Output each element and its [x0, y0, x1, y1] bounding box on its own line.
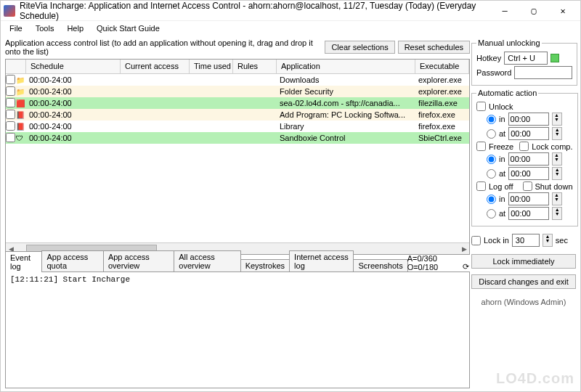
row-application: Folder Security	[277, 87, 415, 96]
unlock-in-time[interactable]	[508, 113, 549, 126]
freeze-at-time[interactable]	[508, 167, 549, 180]
lock-comp-label: Lock comp.	[532, 142, 572, 151]
col-current-access[interactable]: Current access	[121, 60, 190, 73]
tab-app-access-quota[interactable]: App access quota	[41, 250, 103, 271]
freeze-checkbox[interactable]	[476, 142, 486, 151]
unlock-in-label: in	[499, 115, 505, 123]
event-log-box[interactable]: [12:11:21] Start Incharge	[5, 272, 470, 388]
table-row[interactable]: 📕00:00-24:00Libraryfirefox.exe	[6, 121, 469, 132]
access-control-grid: Schedule Current access Time used Rules …	[5, 59, 470, 255]
freeze-in-label: in	[499, 155, 505, 163]
col-time-used[interactable]: Time used	[190, 60, 233, 73]
lock-in-checkbox[interactable]	[471, 236, 481, 245]
unlock-at-label: at	[499, 129, 505, 138]
freeze-at-label: at	[499, 169, 505, 178]
scroll-right-arrow[interactable]: ▶	[459, 245, 469, 253]
app-icon	[4, 5, 15, 17]
menu-file[interactable]: File	[4, 23, 28, 34]
row-application: Sandboxie Control	[277, 134, 415, 142]
password-field[interactable]	[514, 66, 572, 79]
hotkey-indicator-icon	[550, 54, 559, 62]
menu-tools[interactable]: Tools	[30, 23, 60, 34]
tab-app-access-overview[interactable]: App access overview	[103, 250, 174, 271]
minimize-button[interactable]: —	[490, 1, 519, 20]
logoff-at-radio[interactable]	[487, 209, 496, 219]
spinner-icon[interactable]: ▲▼	[552, 167, 562, 180]
tab-internet-access-log[interactable]: Internet access log	[289, 250, 354, 271]
row-application: Add Program: PC Locking Softwa...	[277, 110, 415, 119]
row-checkbox[interactable]	[6, 110, 15, 119]
row-checkbox[interactable]	[6, 121, 15, 131]
logoff-in-label: in	[499, 195, 505, 203]
logoff-label: Log off	[489, 182, 513, 191]
stats-text: A=0/360 O=0/180	[407, 254, 462, 271]
shutdown-checkbox[interactable]	[523, 181, 532, 191]
freeze-in-time[interactable]	[508, 152, 549, 166]
unlock-in-radio[interactable]	[487, 115, 496, 124]
table-row[interactable]: 📁00:00-24:00Folder Securityexplorer.exe	[6, 86, 469, 97]
lock-comp-checkbox[interactable]	[519, 142, 529, 151]
logoff-checkbox[interactable]	[476, 181, 486, 191]
menu-help[interactable]: Help	[61, 23, 89, 34]
row-app-icon: 🟥	[16, 99, 26, 107]
row-app-icon: 🛡	[16, 134, 26, 142]
unlock-at-time[interactable]	[508, 127, 549, 140]
table-row[interactable]: 📕00:00-24:00Add Program: PC Locking Soft…	[6, 109, 469, 121]
row-schedule: 00:00-24:00	[26, 110, 121, 119]
row-application: sea-02.lo4d.com - sftp://canadia...	[277, 99, 415, 107]
tab-event-log[interactable]: Event log	[5, 251, 42, 272]
maximize-button[interactable]: ▢	[519, 1, 548, 20]
spinner-icon[interactable]: ▲▼	[552, 192, 562, 205]
manual-unlocking-legend: Manual unlocking	[476, 38, 542, 47]
shutdown-label: Shut down	[535, 182, 573, 191]
table-row[interactable]: 📁00:00-24:00Downloadsexplorer.exe	[6, 74, 469, 86]
automatic-action-legend: Automatic action	[476, 89, 538, 97]
row-executable: explorer.exe	[415, 75, 469, 84]
row-schedule: 00:00-24:00	[26, 122, 121, 131]
row-executable: firefox.exe	[415, 122, 469, 131]
col-application[interactable]: Application	[277, 60, 415, 73]
row-checkbox[interactable]	[6, 75, 15, 84]
logoff-in-time[interactable]	[508, 192, 549, 205]
row-executable: SbieCtrl.exe	[415, 134, 469, 142]
spinner-icon[interactable]: ▲▼	[552, 127, 562, 140]
freeze-in-radio[interactable]	[487, 155, 496, 164]
row-executable: firefox.exe	[415, 110, 469, 119]
row-checkbox[interactable]	[6, 98, 15, 107]
row-checkbox[interactable]	[6, 86, 15, 96]
logoff-at-time[interactable]	[508, 207, 549, 220]
row-app-icon: 📕	[16, 123, 26, 131]
freeze-at-radio[interactable]	[487, 169, 496, 179]
tab-all-access-overview[interactable]: All access overview	[174, 250, 240, 271]
discard-exit-button[interactable]: Discard changes and exit	[471, 274, 576, 289]
row-application: Library	[277, 122, 415, 131]
unlock-checkbox[interactable]	[476, 102, 486, 111]
row-checkbox[interactable]	[6, 133, 15, 142]
spinner-icon[interactable]: ▲▼	[552, 207, 562, 220]
close-button[interactable]: ✕	[548, 1, 577, 20]
tab-screenshots[interactable]: Screenshots	[353, 259, 407, 271]
row-app-icon: 📕	[16, 111, 26, 119]
col-rules[interactable]: Rules	[233, 60, 277, 73]
col-schedule[interactable]: Schedule	[26, 60, 121, 73]
spinner-icon[interactable]: ▲▼	[552, 113, 562, 126]
spinner-icon[interactable]: ▲▼	[552, 152, 562, 166]
spinner-icon[interactable]: ▲▼	[543, 234, 553, 247]
clear-selections-button[interactable]: Clear selections	[325, 41, 394, 54]
table-row[interactable]: 🟥00:00-24:00sea-02.lo4d.com - sftp://can…	[6, 97, 469, 109]
row-app-icon: 📁	[16, 88, 26, 96]
reset-schedules-button[interactable]: Reset schedules	[398, 41, 470, 54]
lock-immediately-button[interactable]: Lock immediately	[471, 254, 576, 269]
refresh-icon[interactable]: ⟳	[462, 262, 470, 271]
hotkey-field[interactable]	[504, 52, 548, 65]
unlock-at-radio[interactable]	[487, 129, 496, 139]
menu-quick-start[interactable]: Quick Start Guide	[91, 23, 166, 34]
row-app-icon: 📁	[16, 76, 26, 84]
row-schedule: 00:00-24:00	[26, 134, 121, 142]
col-executable[interactable]: Executable	[415, 60, 469, 73]
tab-keystrokes[interactable]: Keystrokes	[240, 259, 290, 271]
table-row[interactable]: 🛡00:00-24:00Sandboxie ControlSbieCtrl.ex…	[6, 132, 469, 144]
lock-in-field[interactable]	[512, 234, 540, 247]
logoff-in-radio[interactable]	[487, 195, 496, 204]
lock-in-sec: sec	[556, 236, 568, 245]
